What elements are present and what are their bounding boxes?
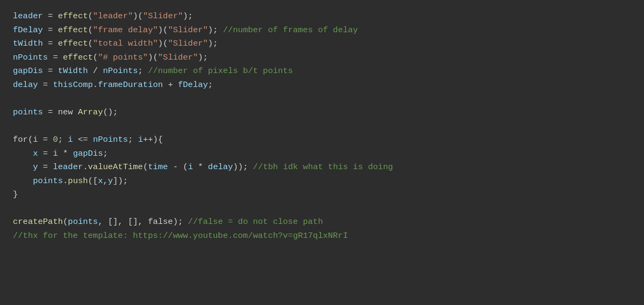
code-editor: leader = effect("leader")("Slider"); fDe… bbox=[0, 0, 644, 305]
code-content: leader = effect("leader")("Slider"); fDe… bbox=[13, 10, 631, 243]
